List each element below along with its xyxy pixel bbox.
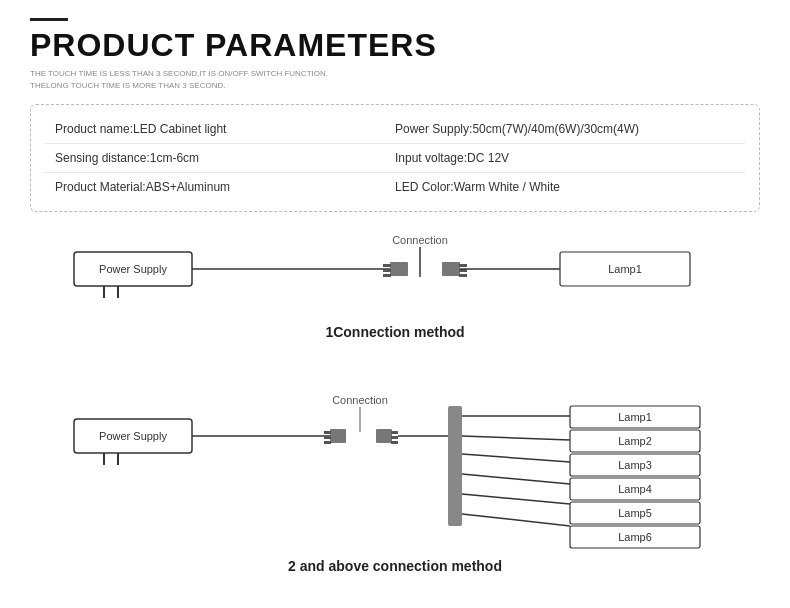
diagram-2-section: Connection Power Supply	[30, 344, 760, 574]
ps-text-1: Power Supply	[99, 263, 167, 275]
diagram-2-label: 2 and above connection method	[30, 558, 760, 574]
lamp-text-2: Lamp2	[618, 435, 652, 447]
param-voltage-label: Input voltage:	[395, 151, 467, 165]
header-line	[30, 18, 68, 21]
svg-rect-10	[459, 264, 467, 267]
conn-label-2: Connection	[332, 394, 388, 406]
param-row-2: Product Material:ABS+Aluminum LED Color:…	[45, 173, 745, 201]
lamp-text-4: Lamp4	[618, 483, 652, 495]
param-sensing-label: Sensing distance:	[55, 151, 150, 165]
svg-rect-23	[324, 441, 331, 444]
svg-line-32	[462, 436, 570, 440]
page: PRODUCT PARAMETERS THE TOUCH TIME IS LES…	[0, 0, 790, 608]
ps-text-2: Power Supply	[99, 430, 167, 442]
svg-rect-21	[324, 431, 331, 434]
param-material-value: ABS+Aluminum	[146, 180, 230, 194]
lamp-text-1: Lamp1	[618, 411, 652, 423]
param-left-2: Product Material:ABS+Aluminum	[55, 180, 395, 194]
conn-label-1: Connection	[392, 234, 448, 246]
param-row-0: Product name:LED Cabinet light Power Sup…	[45, 115, 745, 144]
svg-rect-22	[324, 436, 331, 439]
svg-rect-5	[390, 262, 408, 276]
param-right-2: LED Color:Warm White / White	[395, 180, 735, 194]
param-left-0: Product name:LED Cabinet light	[55, 122, 395, 136]
param-left-1: Sensing distance:1cm-6cm	[55, 151, 395, 165]
diagram-1-section: Connection Power Supply	[30, 230, 760, 340]
diagram-2-svg: Connection Power Supply	[30, 344, 760, 554]
svg-rect-8	[383, 274, 391, 277]
subtitle: THE TOUCH TIME IS LESS THAN 3 SECOND,IT …	[30, 68, 760, 92]
lamp-text-6: Lamp6	[618, 531, 652, 543]
svg-line-40	[462, 514, 570, 526]
diagram-1-svg: Connection Power Supply	[30, 230, 760, 320]
param-voltage-value: DC 12V	[467, 151, 509, 165]
diagram-1-label: 1Connection method	[30, 324, 760, 340]
svg-rect-7	[383, 269, 391, 272]
svg-rect-28	[448, 406, 462, 526]
svg-line-36	[462, 474, 570, 484]
svg-rect-25	[391, 431, 398, 434]
param-ps-value-0: 50cm(7W)/40m(6W)/30cm(4W)	[472, 122, 639, 136]
param-ps-label-0: Power Supply:	[395, 122, 472, 136]
params-box: Product name:LED Cabinet light Power Sup…	[30, 104, 760, 212]
param-name-label-0: Product name:	[55, 122, 133, 136]
svg-rect-27	[391, 441, 398, 444]
lamp-text-3: Lamp3	[618, 459, 652, 471]
svg-rect-12	[459, 274, 467, 277]
param-material-label: Product Material:	[55, 180, 146, 194]
svg-rect-26	[391, 436, 398, 439]
lamp-text-5: Lamp5	[618, 507, 652, 519]
svg-rect-20	[330, 429, 346, 443]
svg-rect-9	[442, 262, 460, 276]
page-title: PRODUCT PARAMETERS	[30, 27, 760, 64]
param-color-value: Warm White / White	[454, 180, 560, 194]
svg-line-38	[462, 494, 570, 504]
param-right-0: Power Supply:50cm(7W)/40m(6W)/30cm(4W)	[395, 122, 735, 136]
lamp1-text-1: Lamp1	[608, 263, 642, 275]
svg-rect-6	[383, 264, 391, 267]
param-sensing-value: 1cm-6cm	[150, 151, 199, 165]
param-name-value-0: LED Cabinet light	[133, 122, 226, 136]
param-right-1: Input voltage:DC 12V	[395, 151, 735, 165]
svg-rect-24	[376, 429, 392, 443]
param-color-label: LED Color:	[395, 180, 454, 194]
svg-line-34	[462, 454, 570, 462]
param-row-1: Sensing distance:1cm-6cm Input voltage:D…	[45, 144, 745, 173]
